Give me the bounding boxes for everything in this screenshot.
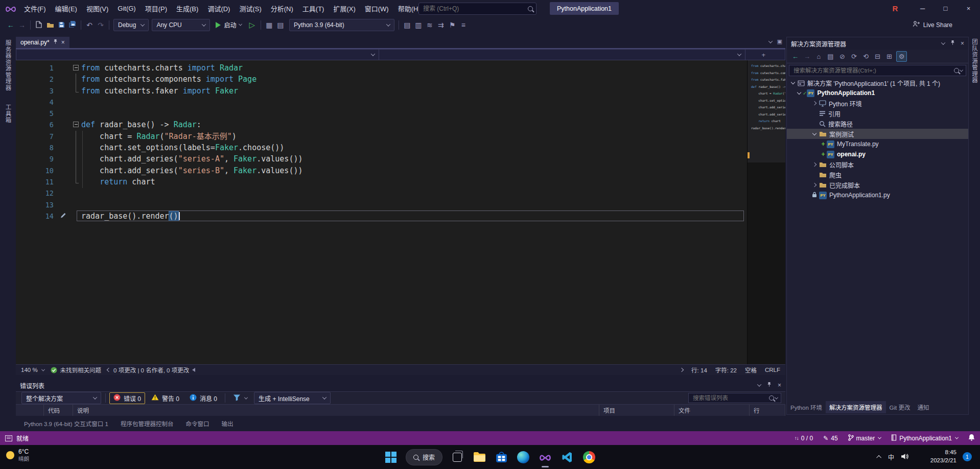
taskbar-search[interactable]: 搜索 — [406, 449, 442, 465]
fold-margin[interactable] — [73, 165, 80, 176]
fold-margin[interactable] — [73, 176, 80, 187]
collapsed-tool-tab[interactable]: 工具箱 — [4, 104, 12, 124]
member-scope-dropdown[interactable] — [379, 50, 745, 60]
fold-margin[interactable] — [73, 108, 80, 119]
error-list-search-box[interactable] — [688, 393, 781, 403]
home-icon[interactable]: ⌂ — [814, 52, 824, 61]
properties-icon[interactable]: ⚙ — [896, 51, 907, 62]
solution-platform-dropdown[interactable]: Any CPU — [152, 19, 210, 31]
switch-views-icon[interactable]: ▤ — [826, 52, 835, 61]
maximize-button[interactable]: □ — [934, 0, 957, 17]
new-file-icon[interactable] — [34, 19, 44, 30]
save-all-icon[interactable] — [67, 19, 78, 30]
python-environment-dropdown[interactable]: Python 3.9 (64-bit) — [289, 19, 394, 31]
solution-configuration-dropdown[interactable]: Debug — [113, 19, 149, 31]
menu-item[interactable]: 分析(N) — [266, 0, 298, 17]
code-editor[interactable]: 1from cutecharts.charts import Radar2fro… — [16, 60, 785, 364]
code-line[interactable]: 7 chart = Radar("Radar-基本示例") — [16, 131, 747, 142]
tree-item[interactable]: ✓PYPythonApplication1 — [787, 88, 968, 98]
menu-item[interactable]: 调试(D) — [203, 0, 235, 17]
git-branch-picker[interactable]: master — [848, 434, 881, 442]
refresh-icon[interactable]: ⟲ — [861, 52, 871, 61]
code-line[interactable]: 3from cutecharts.faker import Faker — [16, 85, 747, 97]
tree-item[interactable]: Python 环境 — [787, 98, 968, 108]
menu-item[interactable]: 文件(F) — [19, 0, 51, 17]
bottom-panel-tab[interactable]: 输出 — [216, 418, 238, 429]
vscode-button[interactable] — [560, 450, 574, 464]
window-grid-icon[interactable]: ▦ — [264, 20, 274, 30]
float-window-icon[interactable]: ▣ — [777, 38, 782, 45]
code-line[interactable]: 11 return chart — [16, 176, 747, 187]
fold-collapse-icon[interactable] — [73, 65, 79, 71]
undo-icon[interactable]: ↶ — [84, 20, 95, 30]
tool-window-tab[interactable]: 解决方案资源管理器 — [826, 401, 886, 413]
code-line[interactable]: 6def radar_base() -> Radar: — [16, 119, 747, 130]
close-tab-icon[interactable]: × — [61, 39, 65, 46]
column-header[interactable]: 说明 — [73, 405, 599, 416]
column-header[interactable]: 代码 — [44, 405, 73, 416]
document-health-indicator[interactable]: 未找到相关问题 — [51, 366, 102, 374]
tree-item[interactable]: 引用 — [787, 108, 968, 119]
window-menu-icon[interactable] — [941, 40, 945, 44]
menu-item[interactable]: 窗口(W) — [360, 0, 393, 17]
fold-margin[interactable] — [73, 62, 80, 74]
quick-search-box[interactable] — [418, 3, 536, 15]
fold-margin[interactable] — [73, 85, 80, 97]
back-icon[interactable]: ← — [790, 52, 800, 61]
fold-margin[interactable] — [73, 199, 80, 210]
zoom-dropdown[interactable]: 140 % — [21, 367, 44, 373]
code-line[interactable]: 4 — [16, 97, 747, 108]
fold-margin[interactable] — [73, 119, 80, 130]
codelens-source-control-info[interactable]: 0 项更改 | 0 名作者, 0 项更改 — [107, 366, 195, 374]
code-line[interactable]: 5 — [16, 108, 747, 119]
collapse-all-icon[interactable]: ⊟ — [873, 52, 882, 61]
notifications-bell-icon[interactable] — [968, 434, 975, 442]
fold-margin[interactable] — [73, 142, 80, 153]
ime-indicator[interactable]: 中 — [888, 453, 894, 461]
code-line[interactable]: 14radar_base().render() — [16, 210, 747, 222]
split-editor-handle[interactable]: + — [761, 51, 765, 59]
tree-item[interactable]: 解决方案 'PythonApplication1' (1 个项目, 共 1 个) — [787, 78, 968, 88]
show-all-files-icon[interactable]: ⊞ — [884, 52, 894, 61]
start-debugging-button[interactable]: 启动 — [216, 20, 242, 29]
messages-filter-button[interactable]: 消息 0 — [185, 392, 221, 404]
tool-window-tab[interactable]: Python 环境 — [787, 401, 826, 413]
columns-icon[interactable]: ▥ — [413, 20, 424, 30]
bottom-panel-tab[interactable]: 程序包管理器控制台 — [115, 418, 179, 429]
expand-arrow-icon[interactable] — [812, 100, 818, 106]
git-sync-status[interactable]: ↑↓ 0 / 0 — [795, 435, 813, 442]
file-explorer-button[interactable] — [472, 450, 486, 464]
git-pending-edits[interactable]: ✎ 45 — [823, 435, 837, 442]
collapsed-tool-tab[interactable]: 团队资源管理器 — [970, 39, 978, 84]
solution-explorer-search-input[interactable] — [792, 67, 954, 74]
collapsed-tool-tab[interactable]: 服务器资源管理器 — [4, 40, 12, 91]
code-line[interactable]: 10 chart.add_series("series-B", Faker.va… — [16, 165, 747, 176]
navigate-icon[interactable]: ⇉ — [436, 20, 446, 30]
collapse-arrow-icon[interactable] — [797, 90, 803, 96]
visual-studio-button[interactable] — [538, 450, 552, 464]
solution-explorer-title-bar[interactable]: 解决方案资源管理器 × — [787, 37, 968, 50]
error-source-dropdown[interactable]: 生成 + IntelliSense — [254, 392, 331, 404]
close-panel-icon[interactable]: × — [961, 40, 964, 47]
close-button[interactable]: × — [957, 0, 980, 17]
git-repository-picker[interactable]: PythonApplication1 — [891, 434, 958, 442]
column-header[interactable]: 项目 — [599, 405, 674, 416]
r-app-icon[interactable]: R — [890, 3, 900, 13]
forward-icon[interactable]: → — [17, 20, 27, 30]
code-viewport[interactable]: 1from cutecharts.charts import Radar2fro… — [16, 60, 747, 364]
chevron-right-icon[interactable] — [680, 368, 684, 372]
profiler-icon[interactable]: ≋ — [425, 20, 435, 30]
open-file-icon[interactable] — [45, 20, 55, 30]
warnings-filter-button[interactable]: 警告 0 — [147, 392, 183, 404]
edge-button[interactable] — [516, 450, 530, 464]
indent-mode-indicator[interactable]: 空格 — [745, 366, 757, 374]
weather-widget[interactable]: 6°C 晴朗 — [6, 448, 29, 462]
caret-line-indicator[interactable]: 行: 14 — [691, 366, 707, 374]
fold-margin[interactable] — [73, 74, 80, 85]
fold-margin[interactable] — [73, 131, 80, 142]
minimize-button[interactable]: ─ — [911, 0, 934, 17]
column-header-blank[interactable] — [16, 405, 44, 416]
collapse-arrow-icon[interactable] — [790, 80, 797, 86]
tree-item[interactable]: +PYopenai.py — [787, 149, 968, 159]
code-line[interactable]: 13 — [16, 199, 747, 210]
